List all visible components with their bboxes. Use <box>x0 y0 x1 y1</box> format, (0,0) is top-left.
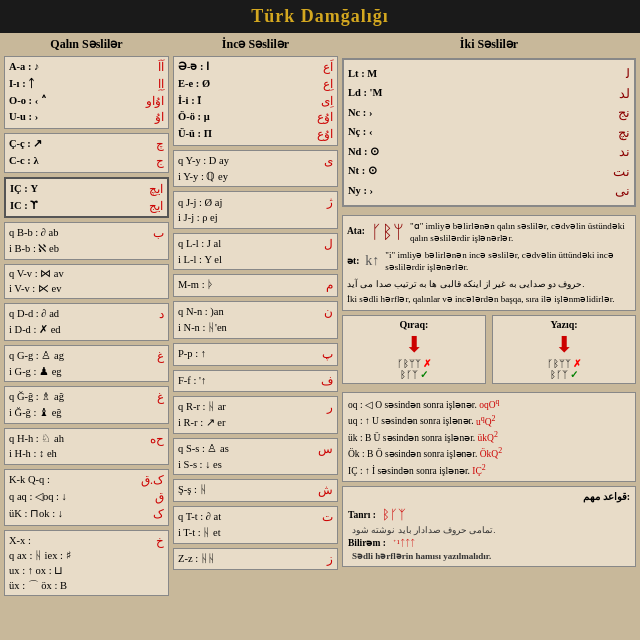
box-nn: q N-n : )anن i N-n : ᚺ'en <box>173 301 338 338</box>
box-ss: q S-s : ♙ asس i S-s : ↓ es <box>173 438 338 475</box>
box-ic: IÇ : Υایچ IC : ϒایج <box>4 177 169 219</box>
left-title: Qalın Səslilər <box>4 37 169 52</box>
yaziq-box: Yazıq: ⬇ ᚴᛒᛘᛉ ✗ ᛒᚴᛉ ✓ <box>492 315 636 384</box>
box-rr: q R-r : ᚺ arر i R-r : ↗ er <box>173 396 338 433</box>
box-xx: X-x :خ q ax : ᚺ iex : ♯ ux : ↑ ox : ⊔ üx… <box>4 530 169 597</box>
right-column: İki Səslilər Lt : Mﻟ Ld : 'Mلد Nc : ›نج … <box>342 37 636 636</box>
box-zz: Z-z : ᚺᚺز <box>173 548 338 571</box>
qiraq-box: Qıraq: ⬇ ᚴᛒᛘᛉ ✗ ᛒᚴᛉ ✓ <box>342 315 486 384</box>
box-pp: P-p : ↑پ <box>173 343 338 366</box>
box-jj: q J-j : Ø ajژ i J-j : ρ ej <box>173 191 338 228</box>
box-ghgh: q Ğ-ğ : ♗ ağغ i Ğ-ğ : ♝ eğ <box>4 386 169 423</box>
page: Türk Damğalığı Qalın Səslilər A-a : ♪اَا… <box>0 0 640 640</box>
rules-box: oq : ◁ O səsindən sonra işlənər. oqOq uq… <box>342 392 636 482</box>
box-gg: q G-g : ♙ agغ i G-g : ♟ eg <box>4 345 169 382</box>
box-ll: q L-l : J alل i L-l : Υ el <box>173 233 338 270</box>
box-hh: q H-h : ♘ ahح‌ه i H-h : ↕ eh <box>4 428 169 465</box>
box-vowels-soft: Ə-ə : Ⅰاَع E-e : Øاِع İ-i : Īاِی Ö-ö : μ… <box>173 56 338 146</box>
box-cc: Ç-ç : ↗چ C-c : λج <box>4 133 169 173</box>
left-column: Qalın Səslilər A-a : ♪اَاَ I-ı : ᛏاِاِ O… <box>4 37 169 636</box>
box-bb: q B-b : ∂ abب i B-b : ℵ eb <box>4 222 169 259</box>
box-dd: q D-d : ∂ adد i D-d : ✗ ed <box>4 303 169 340</box>
box-vv: q V-v : ⋈ av i V-v : ⋉ ev <box>4 264 169 299</box>
box-tt: q T-t : ∂ atت i T-t : ᚺ et <box>173 506 338 543</box>
box-shsh: Ş-ş : ᚺش <box>173 479 338 502</box>
page-title: Türk Damğalığı <box>0 0 640 33</box>
right-title: İki Səslilər <box>342 37 636 52</box>
box-ff: F-f : '↑ف <box>173 370 338 393</box>
box-mm: M-m : ᚦم <box>173 274 338 297</box>
middle-column: İncə Səslilər Ə-ə : Ⅰاَع E-e : Øاِع İ-i … <box>173 37 338 636</box>
title-text: Türk Damğalığı <box>251 6 389 26</box>
iki-sesli-box: Lt : Mﻟ Ld : 'Mلد Nc : ›نج Nç : ‹نچ Nd :… <box>342 58 636 207</box>
bottom-box: قواعد مهم: Tanrı : ᛒᚴᛉ تمامی حروف صدادار… <box>342 486 636 567</box>
box-kkqq: K-k Q-q :ک.ق q aq : ◁oq : ↓ق üK : ⊓ok : … <box>4 469 169 525</box>
middle-title: İncə Səslilər <box>173 37 338 52</box>
arrow-section: Qıraq: ⬇ ᚴᛒᛘᛉ ✗ ᛒᚴᛉ ✓ Yazıq: ⬇ ᚴᛒᛘᛉ <box>342 315 636 384</box>
box-aıou: A-a : ♪اَاَ I-ı : ᛏاِاِ O-o : ‹ ˄اوُاو U… <box>4 56 169 129</box>
note-box-ata: Ata: ᚴᛒᛘ "ɑ" imliyə bəlirlənən qalın səs… <box>342 215 636 312</box>
box-yy: q Y-y : D ayی i Y-y : ℚ ey <box>173 150 338 187</box>
